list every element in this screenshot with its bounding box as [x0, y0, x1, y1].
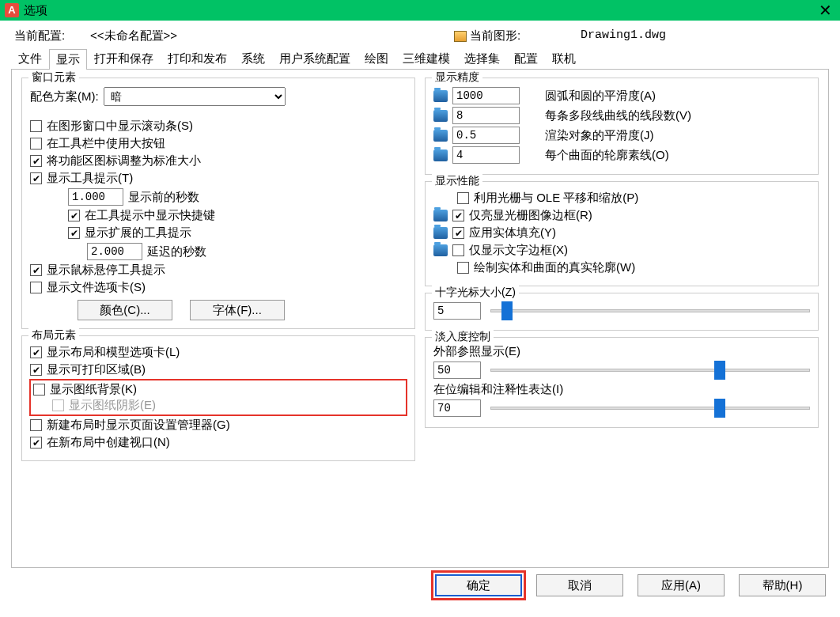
tabs: 文件 显示 打开和保存 打印和发布 系统 用户系统配置 绘图 三维建模 选择集 …: [11, 48, 829, 70]
cb-filetabs[interactable]: [30, 282, 42, 293]
cb-bigbuttons[interactable]: [30, 138, 42, 150]
crosshair-input[interactable]: [433, 302, 481, 320]
group-layout-elements: 布局元素 显示布局和模型选项卡(L) 显示可打印区域(B) 显示图纸背景(K): [21, 335, 415, 461]
tooltip-delay-label: 显示前的秒数: [128, 190, 199, 205]
folder-icon: [433, 244, 448, 256]
fonts-button[interactable]: 字体(F)...: [190, 300, 285, 320]
drawing-icon: [454, 31, 467, 42]
folder-icon: [433, 210, 448, 221]
pline-seg-label: 每条多段线曲线的线段数(V): [545, 108, 691, 123]
cb-highlight-raster[interactable]: [452, 210, 464, 221]
cb-paper-shadow-label: 显示图纸阴影(E): [69, 398, 156, 413]
cb-hover-label: 显示鼠标悬停工具提示: [47, 263, 165, 278]
render-smooth-input[interactable]: [452, 127, 520, 144]
cb-highlight-raster-label: 仅亮显光栅图像边框(R): [469, 208, 592, 223]
inplace-fade-slider[interactable]: [486, 407, 810, 410]
cb-solidfill-label: 应用实体填充(Y): [469, 225, 556, 240]
cb-scrollbars-label: 在图形窗口中显示滚动条(S): [47, 119, 193, 134]
cb-pagemgr[interactable]: [30, 419, 42, 431]
cb-tooltip-ext[interactable]: [68, 227, 80, 239]
color-scheme-label: 配色方案(M):: [30, 89, 99, 104]
xref-fade-input[interactable]: [433, 361, 481, 379]
tab-draft[interactable]: 绘图: [358, 48, 395, 69]
cb-paper-bg-label: 显示图纸背景(K): [50, 382, 137, 397]
group-layout-elements-legend: 布局元素: [28, 328, 79, 343]
cb-printable-label: 显示可打印区域(B): [47, 362, 146, 377]
tab-plot[interactable]: 打印和发布: [161, 48, 234, 69]
group-window-elements: 窗口元素 配色方案(M): 暗 在图形窗口中显示滚动条(S) 在工具栏中使用大按…: [21, 78, 415, 329]
ext-delay-input[interactable]: [87, 243, 142, 260]
cb-pagemgr-label: 新建布局时显示页面设置管理器(G): [47, 418, 230, 433]
cb-solidfill[interactable]: [452, 227, 464, 239]
colors-button[interactable]: 颜色(C)...: [78, 300, 172, 320]
ext-delay-label: 延迟的秒数: [147, 244, 206, 259]
cb-panzoom[interactable]: [457, 192, 469, 204]
cb-viewport[interactable]: [30, 437, 42, 449]
folder-icon: [433, 90, 448, 102]
current-profile-label: 当前配置:: [14, 28, 90, 44]
profile-row: 当前配置: <<未命名配置>> 当前图形: Drawing1.dwg: [11, 28, 829, 44]
surf-contour-label: 每个曲面的轮廓素线(O): [545, 148, 669, 163]
cb-viewport-label: 在新布局中创建视口(N): [47, 435, 170, 450]
cb-tooltip-shortcut[interactable]: [68, 210, 80, 221]
group-fade-legend: 淡入度控制: [432, 330, 494, 344]
help-button[interactable]: 帮助(H): [739, 574, 826, 596]
group-fade: 淡入度控制 外部参照显示(E) 在位编辑和注释性表达(I): [425, 337, 819, 428]
cb-paper-bg[interactable]: [33, 384, 45, 396]
pline-seg-input[interactable]: [452, 107, 520, 124]
tab-open-save[interactable]: 打开和保存: [87, 48, 161, 69]
group-crosshair: 十字光标大小(Z): [425, 293, 819, 331]
xref-fade-label: 外部参照显示(E): [433, 344, 810, 359]
cb-ribbon-std[interactable]: [30, 155, 42, 167]
group-performance-legend: 显示性能: [432, 174, 482, 188]
tab-profile[interactable]: 配置: [507, 48, 545, 69]
cb-tooltips-label: 显示工具提示(T): [47, 171, 133, 186]
group-window-elements-legend: 窗口元素: [28, 70, 79, 85]
folder-icon: [433, 227, 448, 239]
render-smooth-label: 渲染对象的平滑度(J): [545, 128, 654, 143]
tab-online[interactable]: 联机: [545, 48, 583, 69]
apply-button[interactable]: 应用(A): [638, 574, 725, 596]
cb-textframe-label: 仅显示文字边框(X): [469, 243, 568, 258]
cb-filetabs-label: 显示文件选项卡(S): [47, 280, 146, 295]
group-precision: 显示精度 圆弧和圆的平滑度(A) 每条多段线曲线的线段数(V) 渲染对象的平滑度…: [425, 78, 819, 175]
tooltip-delay-input[interactable]: [68, 188, 123, 206]
cancel-button[interactable]: 取消: [536, 574, 623, 596]
cb-printable[interactable]: [30, 364, 42, 376]
cb-paper-shadow: [52, 399, 64, 411]
group-precision-legend: 显示精度: [432, 70, 482, 85]
tab-3d[interactable]: 三维建模: [395, 48, 457, 69]
cb-panzoom-label: 利用光栅与 OLE 平移和缩放(P): [474, 191, 638, 206]
cb-hover[interactable]: [30, 264, 42, 276]
surf-contour-input[interactable]: [452, 146, 520, 164]
cb-textframe[interactable]: [452, 244, 464, 256]
color-scheme-select[interactable]: 暗: [104, 87, 286, 106]
arc-smooth-input[interactable]: [452, 87, 520, 104]
current-drawing-label: 当前图形:: [470, 28, 520, 44]
current-drawing-value: Drawing1.dwg: [581, 28, 666, 44]
tab-system[interactable]: 系统: [234, 48, 272, 69]
inplace-fade-input[interactable]: [433, 399, 481, 417]
group-crosshair-legend: 十字光标大小(Z): [432, 286, 519, 300]
tab-file[interactable]: 文件: [11, 48, 49, 69]
cb-silhouette[interactable]: [457, 262, 469, 274]
current-profile-value: <<未命名配置>>: [90, 28, 177, 44]
tab-select[interactable]: 选择集: [457, 48, 507, 69]
tab-display[interactable]: 显示: [49, 49, 87, 70]
window-title: 选项: [24, 3, 47, 18]
dialog-footer: 确定 取消 应用(A) 帮助(H): [0, 568, 840, 604]
tab-user[interactable]: 用户系统配置: [272, 48, 358, 69]
cb-bigbuttons-label: 在工具栏中使用大按钮: [47, 136, 165, 151]
cb-tooltip-ext-label: 显示扩展的工具提示: [85, 225, 191, 240]
cb-tooltips[interactable]: [30, 172, 42, 184]
close-icon[interactable]: ✕: [819, 1, 832, 20]
ok-button[interactable]: 确定: [435, 574, 522, 596]
group-performance: 显示性能 利用光栅与 OLE 平移和缩放(P) 仅亮显光栅图像边框(R) 应用实…: [425, 181, 819, 286]
cb-layout-tabs[interactable]: [30, 346, 42, 358]
cb-scrollbars[interactable]: [30, 120, 42, 132]
app-icon: A: [5, 3, 19, 17]
xref-fade-slider[interactable]: [486, 369, 810, 372]
folder-icon: [433, 130, 448, 142]
cb-layout-tabs-label: 显示布局和模型选项卡(L): [47, 345, 180, 360]
crosshair-slider[interactable]: [486, 309, 810, 312]
